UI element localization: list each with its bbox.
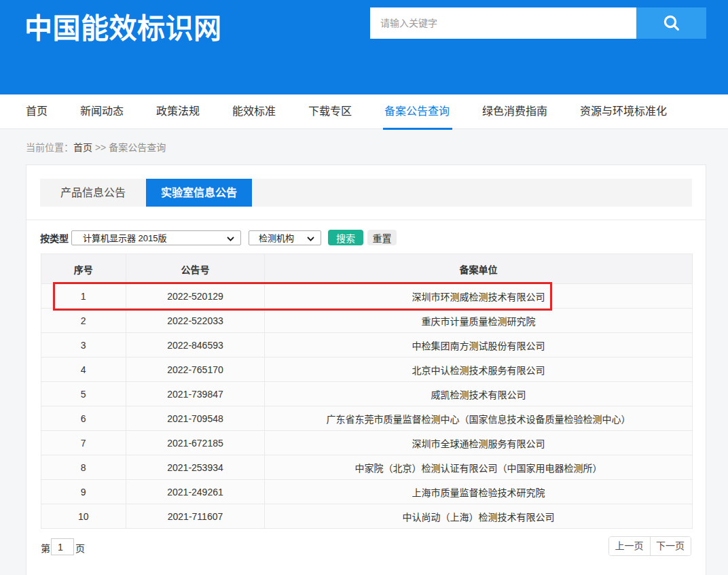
table-row: 82021-253934中家院（北京）检测认证有限公司（中国家用电器检测所） xyxy=(41,455,693,480)
pagination-buttons: 上一页 下一页 xyxy=(608,536,691,556)
table-row: 62021-709548广东省东莞市质量监督检测中心（国家信息技术设备质量检验检… xyxy=(41,406,693,431)
table-cell: 1 xyxy=(41,284,126,309)
chevron-down-icon xyxy=(307,237,314,241)
table-cell: 10 xyxy=(41,504,126,529)
pagination: 第 页 上一页 下一页 xyxy=(40,536,692,556)
results-table: 序号 公告号 备案单位 12022-520129深圳市环测威检测技术有限公司22… xyxy=(41,254,693,529)
table-cell: 5 xyxy=(41,382,126,406)
table-cell: 北京中认检测技术服务有限公司 xyxy=(265,358,693,382)
table-cell: 广东省东莞市质量监督检测中心（国家信息技术设备质量检验检测中心） xyxy=(265,406,693,431)
agency-select[interactable]: 检测机构 xyxy=(249,230,321,245)
table-row: 22022-522033重庆市计量质量检测研究院 xyxy=(41,309,693,333)
table-row: 102021-711607中认尚动（上海）检测技术有限公司 xyxy=(41,504,693,529)
product-type-select-value: 计算机显示器 2015版 xyxy=(83,231,167,244)
header-search xyxy=(370,7,706,39)
table-body: 12022-520129深圳市环测威检测技术有限公司22022-522033重庆… xyxy=(41,284,693,529)
table-cell: 4 xyxy=(41,358,126,382)
table-row: 52021-739847威凯检测技术有限公司 xyxy=(41,382,693,406)
table-row: 72021-672185深圳市全球通检测服务有限公司 xyxy=(41,431,693,455)
breadcrumb: 当前位置：首页 >> 备案公告查询 xyxy=(26,140,166,154)
nav-item[interactable]: 绿色消费指南 xyxy=(482,94,547,128)
table-header-row: 序号 公告号 备案单位 xyxy=(41,254,693,284)
table-cell: 7 xyxy=(41,431,126,455)
tabs-section: 产品信息公告 实验室信息公告 xyxy=(26,165,706,220)
nav-item[interactable]: 备案公告查询 xyxy=(384,94,450,128)
tab-product-info[interactable]: 产品信息公告 xyxy=(40,179,146,207)
active-nav-underline xyxy=(383,128,452,130)
table-cell: 威凯检测技术有限公司 xyxy=(265,382,693,406)
column-header-notice-no: 公告号 xyxy=(126,254,265,284)
table-cell: 2022-846593 xyxy=(126,333,265,358)
table-row: 92021-249261上海市质量监督检验技术研究院 xyxy=(41,480,693,504)
table-cell: 中检集团南方测试股份有限公司 xyxy=(265,333,693,358)
breadcrumb-current: 备案公告查询 xyxy=(109,142,166,153)
table-cell: 中家院（北京）检测认证有限公司（中国家用电器检测所） xyxy=(265,455,693,480)
table-cell: 3 xyxy=(41,333,126,358)
reset-button[interactable]: 重置 xyxy=(367,230,397,245)
page-number-input[interactable] xyxy=(51,538,74,555)
next-page-button[interactable]: 下一页 xyxy=(650,537,691,555)
nav-item[interactable]: 新闻动态 xyxy=(80,94,124,128)
table-cell: 9 xyxy=(41,480,126,504)
product-type-select[interactable]: 计算机显示器 2015版 xyxy=(71,230,241,245)
table-cell: 深圳市环测威检测技术有限公司 xyxy=(265,284,693,309)
filter-type-label: 按类型 xyxy=(40,231,69,245)
table-cell: 2021-672185 xyxy=(126,431,265,455)
table-row: 12022-520129深圳市环测威检测技术有限公司 xyxy=(41,284,693,309)
table-cell: 2021-739847 xyxy=(126,382,265,406)
breadcrumb-separator: >> xyxy=(92,142,109,153)
breadcrumb-home-link[interactable]: 首页 xyxy=(73,142,92,153)
main-nav: 首页新闻动态政策法规能效标准下载专区备案公告查询绿色消费指南资源与环境标准化 xyxy=(0,94,728,129)
prev-page-button[interactable]: 上一页 xyxy=(609,537,650,555)
filter-bar: 按类型 计算机显示器 2015版 检测机构 搜索 重置 xyxy=(40,230,692,245)
table-row: 42022-765170北京中认检测技术服务有限公司 xyxy=(41,358,693,382)
table-row: 32022-846593中检集团南方测试股份有限公司 xyxy=(41,333,693,358)
magnifier-icon xyxy=(661,13,682,33)
breadcrumb-label: 当前位置： xyxy=(26,142,73,153)
site-logo: 中国能效标识网 xyxy=(24,7,222,50)
nav-item[interactable]: 资源与环境标准化 xyxy=(580,94,667,128)
tab-strip: 产品信息公告 实验室信息公告 xyxy=(40,179,692,207)
header-search-button[interactable] xyxy=(636,7,706,39)
content-panel: 产品信息公告 实验室信息公告 按类型 计算机显示器 2015版 检测机构 搜索 … xyxy=(26,164,706,575)
table-cell: 上海市质量监督检验技术研究院 xyxy=(265,480,693,504)
page-suffix: 页 xyxy=(75,541,85,555)
header-search-input[interactable] xyxy=(370,7,636,39)
column-header-filing-unit: 备案单位 xyxy=(265,254,693,284)
page-prefix: 第 xyxy=(41,541,50,555)
table-cell: 8 xyxy=(41,455,126,480)
search-button[interactable]: 搜索 xyxy=(328,230,363,245)
tab-lab-info[interactable]: 实验室信息公告 xyxy=(146,179,252,207)
table-cell: 重庆市计量质量检测研究院 xyxy=(265,309,693,333)
chevron-down-icon xyxy=(227,237,234,241)
table-cell: 2022-520129 xyxy=(126,284,265,309)
table-cell: 6 xyxy=(41,406,126,431)
table-cell: 中认尚动（上海）检测技术有限公司 xyxy=(265,504,693,529)
table-cell: 2022-765170 xyxy=(126,358,265,382)
nav-item[interactable]: 下载专区 xyxy=(308,94,352,128)
table-cell: 2021-709548 xyxy=(126,406,265,431)
table-cell: 2022-522033 xyxy=(126,309,265,333)
main-nav-list: 首页新闻动态政策法规能效标准下载专区备案公告查询绿色消费指南资源与环境标准化 xyxy=(26,94,728,128)
table-cell: 2021-253934 xyxy=(126,455,265,480)
column-header-seq: 序号 xyxy=(41,254,126,284)
nav-item[interactable]: 首页 xyxy=(26,94,48,128)
table-cell: 2 xyxy=(41,309,126,333)
nav-item[interactable]: 能效标准 xyxy=(232,94,276,128)
table-cell: 深圳市全球通检测服务有限公司 xyxy=(265,431,693,455)
site-header: 中国能效标识网 xyxy=(0,0,728,94)
agency-select-value: 检测机构 xyxy=(259,231,294,244)
table-cell: 2021-711607 xyxy=(126,504,265,529)
table-cell: 2021-249261 xyxy=(126,480,265,504)
nav-item[interactable]: 政策法规 xyxy=(156,94,200,128)
